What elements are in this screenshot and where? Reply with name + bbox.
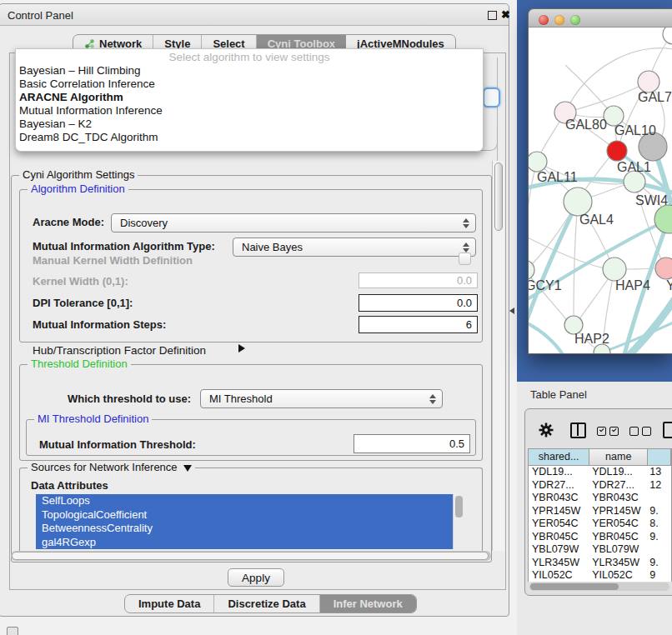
which-threshold-combo[interactable]: MI Threshold <box>200 389 443 408</box>
network-node[interactable] <box>529 152 547 172</box>
table-row[interactable]: YBL079WYBL079W <box>529 543 671 557</box>
tab-discretize-data[interactable]: Discretize Data <box>214 595 319 612</box>
close-traffic-light[interactable] <box>539 15 549 25</box>
sources-legend: Sources for Network Inference <box>28 461 195 473</box>
settings-gear-icon[interactable] <box>538 422 554 438</box>
dpi-tolerance-field[interactable] <box>359 294 478 312</box>
network-node-label: SWI4 <box>635 193 668 208</box>
network-node[interactable] <box>654 205 672 233</box>
table-row[interactable]: YDR27...YDR27...12 <box>529 479 671 492</box>
network-node-label: GAL11 <box>537 170 578 185</box>
table-row[interactable]: YIL052CYIL052C9 <box>529 569 671 582</box>
document-icon[interactable] <box>663 422 672 438</box>
scrollbar-thumb[interactable] <box>530 583 619 590</box>
unchecked-checkbox-icon[interactable] <box>629 427 639 436</box>
scrollbar-thumb[interactable] <box>12 552 489 560</box>
list-vertical-scrollbar[interactable] <box>453 494 463 549</box>
tab-infer-network[interactable]: Infer Network <box>320 595 416 612</box>
column-header-partial[interactable] <box>648 449 671 466</box>
settings-horizontal-scrollbar[interactable] <box>11 551 491 561</box>
float-window-icon[interactable] <box>488 11 497 20</box>
table-cell: YBR043C <box>589 492 648 505</box>
control-panel-titlebar[interactable]: Control Panel ✖ <box>0 4 509 26</box>
collapse-arrow-icon[interactable] <box>183 465 192 472</box>
aracne-mode-label: Aracne Mode: <box>33 216 104 228</box>
table-row[interactable]: YBR043CYBR043C <box>529 492 671 505</box>
column-header-shared-name[interactable]: shared... <box>529 449 589 466</box>
network-node[interactable] <box>564 188 592 216</box>
network-node-label: HAP4 <box>615 278 650 293</box>
table-row[interactable]: YBR045CYBR045C9. <box>529 531 671 544</box>
table-cell: 12 <box>648 479 671 492</box>
apply-button[interactable]: Apply <box>228 568 284 587</box>
mi-algorithm-type-combo[interactable]: Naive Bayes <box>233 238 476 257</box>
table-cell <box>648 543 671 557</box>
list-item[interactable]: gal4RGexp <box>36 536 453 550</box>
list-item[interactable]: BetweennessCentrality <box>36 522 453 536</box>
list-item[interactable]: SelfLoops <box>36 494 453 508</box>
expand-arrow-icon[interactable] <box>238 344 245 352</box>
list-item[interactable]: TopologicalCoefficient <box>36 508 453 522</box>
node-table: shared... name YDL19...YDL19...13YDR27..… <box>528 448 672 582</box>
dropdown-item[interactable]: Basic Correlation Inference <box>19 78 155 90</box>
mi-steps-field[interactable] <box>359 316 478 333</box>
data-attributes-list[interactable]: SelfLoops TopologicalCoefficient Between… <box>36 494 453 549</box>
table-cell: 9. <box>648 531 671 544</box>
table-cell: YBR043C <box>529 492 589 505</box>
network-node-label: GAL80 <box>565 118 607 132</box>
checked-checkbox-icon[interactable] <box>597 427 606 436</box>
focused-small-button[interactable] <box>483 88 500 108</box>
stepper-icon <box>429 394 436 404</box>
mi-steps-label: Mutual Information Steps: <box>33 318 166 331</box>
network-node-label: HAP2 <box>574 332 609 347</box>
threshold-definition-legend: Threshold Definition <box>28 358 131 370</box>
cyni-algorithm-settings-legend: Cyni Algorithm Settings <box>19 168 138 181</box>
scrollbar-thumb[interactable] <box>494 162 503 231</box>
table-cell <box>648 492 671 505</box>
data-attributes-label: Data Attributes <box>31 479 108 492</box>
mi-threshold-field[interactable] <box>354 434 470 453</box>
minimize-traffic-light[interactable] <box>554 15 564 25</box>
network-svg <box>529 28 672 354</box>
network-node[interactable] <box>663 28 672 44</box>
table-row[interactable]: YDL19...YDL19...13 <box>529 466 671 479</box>
kernel-width-field[interactable] <box>359 272 478 288</box>
screen: { "control_panel": { "title": "Control P… <box>0 0 672 635</box>
table-cell: YDR27... <box>589 479 648 492</box>
checked-checkbox-icon[interactable] <box>609 427 619 436</box>
table-cell: 8. <box>648 518 671 531</box>
network-node[interactable] <box>603 258 626 281</box>
dropdown-item-selected[interactable]: ARACNE Algorithm <box>19 91 123 103</box>
column-header-name[interactable]: name <box>589 449 648 466</box>
unchecked-checkbox-icon[interactable] <box>642 427 651 436</box>
control-panel-title: Control Panel <box>8 9 73 22</box>
dropdown-item[interactable]: Dream8 DC_TDC Algorithm <box>19 131 158 143</box>
table-row[interactable]: YER054CYER054C8. <box>529 518 671 531</box>
network-canvas[interactable]: GAL7GAL80GAL10GAL1GAL11SWI4GAL4GCY1HAP4Y… <box>529 28 672 354</box>
algorithm-definition-legend: Algorithm Definition <box>28 182 128 195</box>
network-node[interactable] <box>607 141 627 161</box>
table-cell: YDL19... <box>589 466 648 479</box>
network-view-window: GAL7GAL80GAL10GAL1GAL11SWI4GAL4GCY1HAP4Y… <box>528 8 672 354</box>
table-body: YDL19...YDL19...13YDR27...YDR27...12YBR0… <box>529 466 671 582</box>
table-row[interactable]: YPR145WYPR145W9. <box>529 505 671 518</box>
dropdown-item[interactable]: Mutual Information Inference <box>19 104 163 117</box>
settings-vertical-scrollbar[interactable] <box>492 161 504 551</box>
manual-kernel-checkbox[interactable] <box>459 252 471 265</box>
aracne-mode-combo[interactable]: Discovery <box>111 213 476 232</box>
mi-threshold-definition-legend: MI Threshold Definition <box>34 412 152 425</box>
dropdown-item[interactable]: Bayesian – Hill Climbing <box>19 64 141 77</box>
split-columns-icon[interactable] <box>570 422 586 438</box>
dpi-tolerance-label: DPI Tolerance [0,1]: <box>33 297 133 309</box>
tab-impute-data[interactable]: Impute Data <box>125 595 214 612</box>
zoom-traffic-light[interactable] <box>570 15 580 25</box>
scrollbar-thumb[interactable] <box>455 496 463 518</box>
panel-collapse-arrow[interactable] <box>509 308 514 314</box>
close-icon[interactable]: ✖ <box>501 8 510 21</box>
network-window-titlebar[interactable] <box>529 9 672 28</box>
partial-corner-icon[interactable] <box>7 627 18 635</box>
dropdown-item[interactable]: Bayesian – K2 <box>19 118 92 130</box>
table-horizontal-scrollbar[interactable] <box>529 582 669 591</box>
table-row[interactable]: YLR345WYLR345W9. <box>529 557 671 570</box>
network-node[interactable] <box>655 258 672 279</box>
